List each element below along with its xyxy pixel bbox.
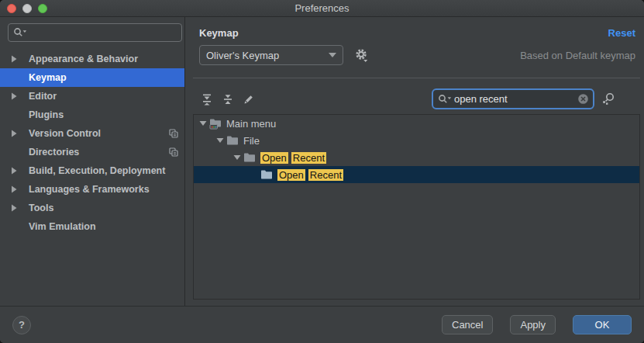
minimize-button[interactable]: [22, 4, 32, 13]
folder-icon: [243, 152, 257, 163]
sidebar-item-label: Keymap: [29, 72, 67, 83]
folder-icon: [226, 135, 240, 146]
chevron-down-icon[interactable]: [214, 137, 226, 144]
sidebar-item-build-execution-deployment[interactable]: Build, Execution, Deployment: [0, 161, 184, 180]
sidebar-item-label: Directories: [29, 147, 79, 158]
tree-row-file[interactable]: File: [194, 132, 639, 149]
action-search-input[interactable]: [453, 92, 577, 106]
tree-row-label: OpenRecent: [277, 169, 346, 181]
sidebar-item-editor[interactable]: Editor: [0, 87, 184, 106]
folder-icon: [260, 169, 274, 180]
search-icon: [12, 26, 28, 39]
title-bar: Preferences: [0, 0, 644, 17]
keymap-select[interactable]: Oliver's Keymap: [199, 45, 343, 65]
clear-search-icon[interactable]: [577, 93, 589, 105]
page-title: Keymap: [199, 27, 239, 39]
sidebar-search-box[interactable]: [8, 23, 182, 42]
expand-all-icon[interactable]: [198, 90, 216, 109]
sidebar-item-label: Version Control: [29, 128, 101, 139]
sidebar-item-label: Languages & Frameworks: [29, 184, 150, 195]
keymap-tree: Main menu File OpenRecent: [193, 114, 640, 300]
tree-row-label: OpenRecent: [260, 152, 329, 164]
chevron-down-icon[interactable]: [197, 120, 209, 126]
chevron-down-icon[interactable]: [231, 154, 243, 161]
sidebar-item-plugins[interactable]: Plugins: [0, 106, 184, 124]
sidebar-item-label: Tools: [29, 203, 53, 213]
find-by-shortcut-icon[interactable]: [601, 92, 616, 106]
sidebar-search-input[interactable]: [28, 26, 177, 40]
shared-settings-icon: [168, 147, 179, 158]
chevron-right-icon[interactable]: [11, 92, 19, 100]
search-match: Recent: [308, 169, 343, 181]
search-match: Recent: [291, 152, 326, 164]
apply-button[interactable]: Apply: [510, 315, 556, 334]
tree-row-label: Main menu: [226, 118, 276, 130]
sidebar-item-languages-frameworks[interactable]: Languages & Frameworks: [0, 180, 184, 199]
search-match: Open: [260, 152, 288, 164]
zoom-button[interactable]: [38, 4, 47, 13]
chevron-right-icon[interactable]: [11, 130, 19, 137]
keymap-panel: Keymap Reset Oliver's Keymap Based on De…: [185, 17, 644, 306]
sidebar-item-vim-emulation[interactable]: Vim Emulation: [0, 217, 184, 236]
dialog-footer: ? Cancel Apply OK: [0, 306, 644, 343]
preferences-window: Preferences Appearance & Behavior Keymap…: [0, 0, 644, 343]
ok-button[interactable]: OK: [573, 315, 632, 334]
shared-settings-icon: [168, 128, 179, 139]
tree-row-main-menu[interactable]: Main menu: [194, 115, 639, 132]
chevron-right-icon[interactable]: [11, 167, 19, 175]
collapse-all-icon[interactable]: [219, 90, 237, 109]
action-search-box[interactable]: [432, 88, 594, 109]
sidebar-item-label: Build, Execution, Deployment: [29, 165, 165, 176]
main-menu-icon: [209, 118, 223, 130]
search-icon: [437, 93, 453, 106]
keymap-toolbar: [198, 88, 616, 109]
settings-sidebar: Appearance & Behavior Keymap Editor Plug…: [0, 17, 185, 306]
sidebar-item-label: Appearance & Behavior: [29, 54, 138, 64]
header-separator: [193, 78, 640, 78]
chevron-down-icon: [329, 53, 336, 57]
tree-row-label: File: [243, 135, 260, 147]
sidebar-item-label: Editor: [29, 91, 57, 102]
window-title: Preferences: [294, 2, 349, 14]
chevron-right-icon[interactable]: [11, 55, 19, 63]
close-button[interactable]: [7, 4, 16, 13]
tree-row-open-recent-child[interactable]: OpenRecent: [194, 166, 639, 183]
sidebar-item-directories[interactable]: Directories: [0, 143, 184, 161]
reset-link[interactable]: Reset: [608, 27, 635, 39]
edit-pencil-icon[interactable]: [239, 90, 258, 109]
help-button[interactable]: ?: [12, 316, 31, 334]
gear-icon[interactable]: [354, 48, 369, 63]
search-match: Open: [277, 169, 305, 181]
sidebar-item-version-control[interactable]: Version Control: [0, 124, 184, 143]
chevron-right-icon[interactable]: [11, 185, 19, 193]
sidebar-item-label: Vim Emulation: [29, 221, 96, 232]
keymap-select-value: Oliver's Keymap: [206, 50, 279, 61]
sidebar-item-label: Plugins: [29, 109, 64, 120]
tree-row-open-recent-parent[interactable]: OpenRecent: [194, 149, 639, 166]
based-on-label: Based on Default keymap: [520, 50, 635, 61]
chevron-right-icon[interactable]: [11, 204, 19, 212]
traffic-lights: [7, 4, 47, 13]
sidebar-item-keymap[interactable]: Keymap: [0, 68, 184, 87]
sidebar-item-appearance-behavior[interactable]: Appearance & Behavior: [0, 50, 184, 68]
sidebar-item-tools[interactable]: Tools: [0, 199, 184, 217]
cancel-button[interactable]: Cancel: [442, 315, 493, 334]
help-icon: ?: [19, 319, 25, 331]
